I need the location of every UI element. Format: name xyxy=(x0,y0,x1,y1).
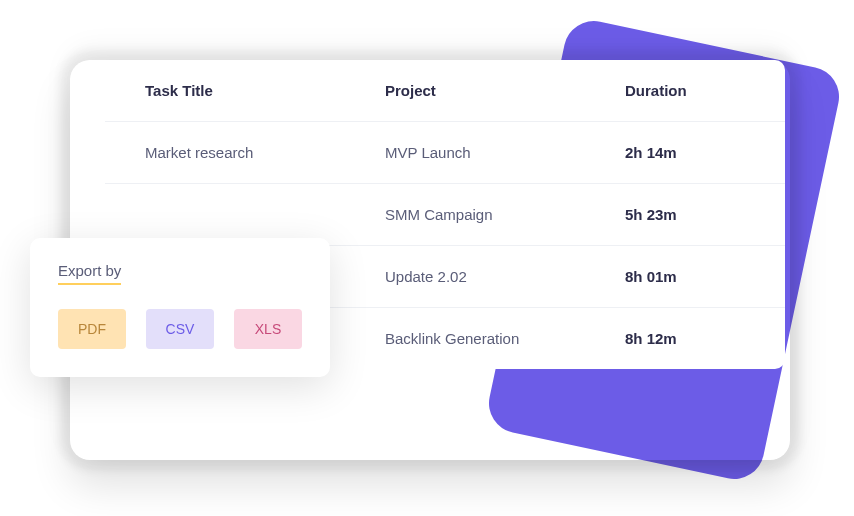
export-xls-button[interactable]: XLS xyxy=(234,309,302,349)
header-duration: Duration xyxy=(625,82,745,99)
export-buttons-row: PDF CSV XLS xyxy=(58,309,302,349)
export-csv-button[interactable]: CSV xyxy=(146,309,214,349)
cell-project: Update 2.02 xyxy=(385,268,625,285)
header-project: Project xyxy=(385,82,625,99)
cell-project: SMM Campaign xyxy=(385,206,625,223)
export-pdf-button[interactable]: PDF xyxy=(58,309,126,349)
table-row: SMM Campaign 5h 23m xyxy=(105,184,785,246)
cell-project: Backlink Generation xyxy=(385,330,625,347)
cell-project: MVP Launch xyxy=(385,144,625,161)
cell-duration: 8h 12m xyxy=(625,330,745,347)
cell-duration: 5h 23m xyxy=(625,206,745,223)
table-header-row: Task Title Project Duration xyxy=(105,60,785,122)
cell-task-title: Market research xyxy=(145,144,385,161)
export-title: Export by xyxy=(58,262,121,285)
table-row: Market research MVP Launch 2h 14m xyxy=(105,122,785,184)
cell-duration: 8h 01m xyxy=(625,268,745,285)
header-task-title: Task Title xyxy=(145,82,385,99)
export-card: Export by PDF CSV XLS xyxy=(30,238,330,377)
cell-duration: 2h 14m xyxy=(625,144,745,161)
